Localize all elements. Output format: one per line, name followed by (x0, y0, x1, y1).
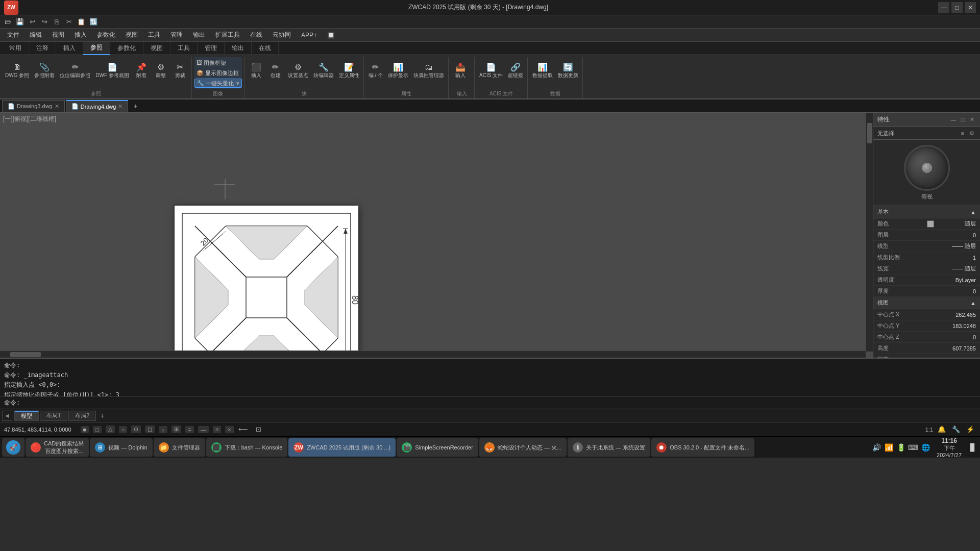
status-dyn-button[interactable]: ⬦ (159, 426, 167, 433)
menu-edit[interactable]: 编辑 (24, 29, 47, 41)
status-lightning-button[interactable]: ⚡ (965, 424, 976, 435)
layout-nav-left[interactable]: ◀ (2, 411, 12, 421)
menu-online[interactable]: 在线 (245, 29, 267, 41)
properties-section-basic-header[interactable]: 基本 ▲ (873, 206, 980, 218)
taskbar-app-konsole[interactable]: ⬛ 下载：bash — Konsole (206, 438, 288, 457)
ribbon-btn-show-image-border[interactable]: 📦 显示图像边框 (194, 68, 241, 78)
menu-output[interactable]: 输出 (188, 29, 210, 41)
refresh-button[interactable]: 🔃 (88, 16, 99, 28)
ribbon-btn-create-block[interactable]: ✏ 创建 (266, 58, 285, 84)
ribbon-tab-view[interactable]: 视图 (143, 42, 170, 55)
taskbar-app-screen-recorder[interactable]: 🎬 SimpleScreenRecorder (397, 438, 478, 457)
status-grid-button[interactable]: ■ (81, 426, 89, 433)
ribbon-btn-block-attr-manager[interactable]: 🗂 块属性管理器 (411, 58, 446, 84)
layout-tab-model[interactable]: 模型 (14, 411, 39, 421)
redo-button[interactable]: ↪ (39, 16, 50, 28)
properties-settings-button[interactable]: ⚙ (968, 129, 976, 137)
ribbon-btn-vectorize[interactable]: 🔧 一键矢量化 ▾ (194, 79, 242, 88)
status-extra-button[interactable]: ⟵ (238, 424, 249, 435)
menu-view[interactable]: 视图 (47, 29, 69, 41)
ribbon-tab-common[interactable]: 常用 (2, 42, 29, 55)
tray-icon-5[interactable]: 🌐 (920, 442, 930, 453)
tray-show-desktop[interactable]: ▊ (968, 442, 978, 453)
minimize-button[interactable]: — (938, 2, 949, 13)
new-doc-tab-button[interactable]: + (129, 100, 141, 112)
status-snap-button[interactable]: □ (93, 426, 102, 433)
status-grid-icon-button[interactable]: ⊡ (253, 424, 264, 435)
ribbon-btn-data-update[interactable]: 🔄 数据更新 (556, 58, 580, 84)
properties-close-button[interactable]: ✕ (968, 116, 976, 124)
properties-section-view-header[interactable]: 视图 ▲ (873, 297, 980, 309)
taskbar-app-filemanager[interactable]: 📁 文件管理器 (154, 438, 205, 457)
menu-tools[interactable]: 工具 (143, 29, 165, 41)
status-osnap-button[interactable]: ⊙ (131, 425, 141, 433)
ribbon-btn-sync-attr[interactable]: 📊 保护显示 (386, 58, 410, 84)
ribbon-btn-edit-reference[interactable]: ✏ 位位编辑参照 (58, 58, 92, 84)
save-button[interactable]: 💾 (14, 16, 26, 28)
menu-view2[interactable]: 视图 (120, 29, 143, 41)
status-annotative-button[interactable]: ≡ (213, 426, 221, 433)
ribbon-tab-reference[interactable]: 参照 (83, 42, 110, 55)
canvas-wrapper[interactable]: [一][俯视][二维线框] (0, 113, 873, 358)
ribbon-tab-insert[interactable]: 插入 (56, 42, 83, 55)
doc-tab-drawing4[interactable]: 📄 Drawing4.dwg ✕ (66, 100, 129, 112)
status-selection-button[interactable]: — (198, 426, 209, 433)
command-input[interactable] (22, 399, 976, 407)
ribbon-btn-hyperlink[interactable]: 🔗 超链接 (506, 58, 525, 84)
menu-manage[interactable]: 管理 (165, 29, 188, 41)
status-tools-button[interactable]: 🔧 (950, 424, 962, 435)
menu-extend-tools[interactable]: 扩展工具 (210, 29, 245, 41)
ribbon-btn-data-extract[interactable]: 📊 数据提取 (530, 58, 555, 84)
layout-tab-layout1[interactable]: 布局1 (40, 411, 67, 421)
doc-tab-drawing3[interactable]: 📄 Drawing3.dwg ✕ (2, 100, 65, 112)
menu-file[interactable]: 文件 (2, 29, 24, 41)
new-layout-button[interactable]: + (97, 412, 107, 420)
ribbon-tab-annotation[interactable]: 注释 (29, 42, 56, 55)
menu-insert[interactable]: 插入 (69, 29, 92, 41)
doc-tab-drawing3-close[interactable]: ✕ (55, 103, 59, 110)
ribbon-tab-tools[interactable]: 工具 (170, 42, 198, 55)
ribbon-btn-dwg-reference[interactable]: 🗎 DWG 参照 (3, 58, 31, 84)
properties-minimize-button[interactable]: — (949, 116, 958, 124)
ribbon-btn-attach[interactable]: 📌 附着 (132, 58, 151, 84)
tray-icon-3[interactable]: 🔋 (896, 442, 906, 453)
ribbon-btn-define-attr[interactable]: 📝 定义属性 (337, 58, 361, 84)
layout-tab-layout2[interactable]: 布局2 (68, 411, 96, 421)
status-polar-button[interactable]: ○ (119, 426, 128, 433)
ribbon-tab-output[interactable]: 输出 (225, 42, 252, 55)
tray-icon-4[interactable]: ⌨ (908, 442, 918, 453)
paste-button[interactable]: 📋 (76, 16, 87, 28)
close-button[interactable]: ✕ (965, 2, 976, 13)
ribbon-btn-edit-attr[interactable]: ✏ 编 / 个 (366, 58, 385, 84)
menu-params[interactable]: 参数化 (92, 29, 120, 41)
vertical-scrollbar[interactable] (866, 113, 873, 352)
taskbar-app-cad-search[interactable]: 🔴 CAD的搜索结果百度图片搜索... (26, 438, 89, 457)
status-lineweight-button[interactable]: ⊞ (172, 425, 181, 433)
tray-icon-2[interactable]: 📶 (884, 442, 894, 453)
copy-button[interactable]: ⎘ (51, 16, 62, 28)
properties-maximize-button[interactable]: □ (959, 116, 967, 124)
maximize-button[interactable]: □ (951, 2, 963, 13)
start-button[interactable]: 🚀 (2, 438, 24, 457)
ribbon-tab-parametric[interactable]: 参数化 (110, 42, 143, 55)
new-file-button[interactable]: 🗁 (2, 16, 13, 28)
doc-tab-drawing4-close[interactable]: ✕ (118, 103, 122, 110)
status-workspace-button[interactable]: × (225, 426, 233, 433)
system-clock[interactable]: 11:16 下午 2024/7/27 (933, 437, 966, 458)
menu-extra[interactable]: 🔲 (322, 30, 340, 40)
ribbon-btn-input[interactable]: 📥 输入 (451, 58, 470, 84)
ribbon-btn-set-basepoint[interactable]: ⚙ 设置基点 (286, 58, 310, 84)
ribbon-btn-dwf[interactable]: 📄 DWF 参考底图 (93, 58, 131, 84)
ribbon-btn-clip[interactable]: ✂ 剪裁 (171, 58, 189, 84)
ribbon-btn-image-frame[interactable]: 🖼 图像框架 (194, 58, 228, 67)
ribbon-btn-adjust[interactable]: ⚙ 调整 (152, 58, 170, 84)
taskbar-app-sysinfo[interactable]: ℹ 关于此系统 — 系统设置 (568, 438, 650, 457)
ribbon-btn-insert[interactable]: ⬛ 插入 (247, 58, 265, 84)
taskbar-app-zwcad[interactable]: ZW ZWCAD 2025 试用版 (剩余 30 ...) (288, 438, 396, 457)
cut-button[interactable]: ✂ (63, 16, 75, 28)
taskbar-app-obs[interactable]: ⏺ OBS 30.2.0 - 配置文件:未命名... (651, 438, 754, 457)
ribbon-tab-online[interactable]: 在线 (252, 42, 279, 55)
tray-icon-1[interactable]: 🔊 (871, 442, 881, 453)
taskbar-app-firefox[interactable]: 🦊 蛇蛇设计个人动态 — 火... (479, 438, 567, 457)
status-otrack-button[interactable]: ◻ (145, 425, 155, 433)
